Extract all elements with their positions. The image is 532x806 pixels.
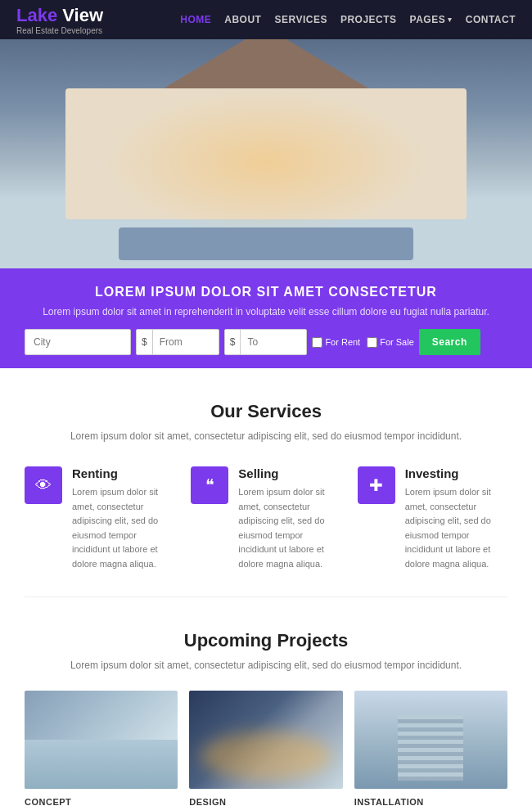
dollar-sign-to: $ <box>225 330 241 354</box>
logo-lake: Lake <box>16 5 62 25</box>
project-label-design: DESIGN <box>189 797 342 806</box>
service-card-investing: ✚ Investing Lorem ipsum dolor sit amet, … <box>358 466 507 572</box>
logo-view: View <box>62 5 103 25</box>
selling-desc: Lorem ipsum dolor sit amet, consectetur … <box>238 485 340 572</box>
investing-icon: ✚ <box>358 466 395 504</box>
for-sale-checkbox[interactable] <box>367 337 377 348</box>
project-image-design <box>189 691 342 789</box>
nav-home[interactable]: HOME <box>180 14 211 25</box>
for-sale-checkbox-label[interactable]: For Sale <box>367 337 414 348</box>
projects-grid: CONCEPT Lorem ipsum dolor sit amet, conc… <box>25 691 507 806</box>
to-input[interactable] <box>241 330 306 354</box>
renting-desc: Lorem ipsum dolor sit amet, consectetur … <box>72 485 174 572</box>
for-rent-checkbox-label[interactable]: For Rent <box>312 337 360 348</box>
nav-pages[interactable]: PAGES ▾ <box>410 14 453 25</box>
project-image-concept <box>25 691 178 789</box>
services-heading: Our Services <box>25 401 507 422</box>
nav-links: HOME ABOUT SERVICES PROJECTS PAGES ▾ CON… <box>180 14 516 25</box>
nav-about[interactable]: ABOUT <box>224 14 261 25</box>
hero-image <box>0 39 532 268</box>
city-input[interactable] <box>25 329 131 355</box>
service-card-renting: 👁 Renting Lorem ipsum dolor sit amet, co… <box>25 466 174 572</box>
search-section: LOREM IPSUM DOLOR SIT AMET CONSECTETUR L… <box>0 268 532 368</box>
nav-projects[interactable]: PROJECTS <box>340 14 397 25</box>
projects-heading: Upcoming Projects <box>25 630 507 651</box>
renting-title: Renting <box>72 466 174 480</box>
search-button[interactable]: Search <box>419 329 480 355</box>
projects-subtext: Lorem ipsum dolor sit amet, consectetur … <box>25 660 507 671</box>
service-card-selling: ❝ Selling Lorem ipsum dolor sit amet, co… <box>191 466 340 572</box>
selling-title: Selling <box>238 466 340 480</box>
for-rent-label: For Rent <box>325 337 360 347</box>
renting-icon: 👁 <box>25 466 62 504</box>
search-bar: $ $ For Rent For Sale Search <box>25 329 507 355</box>
search-subtext: Lorem ipsum dolor sit amet in reprehende… <box>25 306 507 317</box>
logo: Lake View Real Estate Developers <box>16 5 180 35</box>
chevron-down-icon: ▾ <box>448 16 453 24</box>
to-input-wrapper: $ <box>224 329 308 355</box>
services-grid: 👁 Renting Lorem ipsum dolor sit amet, co… <box>25 466 507 572</box>
services-subtext: Lorem ipsum dolor sit amet, consectetur … <box>25 430 507 442</box>
project-label-concept: CONCEPT <box>25 797 178 806</box>
selling-icon: ❝ <box>191 466 228 504</box>
project-card-installation: INSTALLATION Lorem ipsum dolor sit amet,… <box>354 691 507 806</box>
project-image-installation <box>354 691 507 789</box>
from-input[interactable] <box>153 330 219 354</box>
investing-title: Investing <box>405 466 507 480</box>
nav-services[interactable]: SERVICES <box>274 14 327 25</box>
services-section: Our Services Lorem ipsum dolor sit amet,… <box>0 368 532 597</box>
checkboxes: For Rent For Sale <box>312 337 413 348</box>
navbar: Lake View Real Estate Developers HOME AB… <box>0 0 532 39</box>
project-card-concept: CONCEPT Lorem ipsum dolor sit amet, conc… <box>25 691 178 806</box>
nav-contact[interactable]: CONTACT <box>466 14 516 25</box>
search-heading: LOREM IPSUM DOLOR SIT AMET CONSECTETUR <box>25 285 507 299</box>
from-input-wrapper: $ <box>136 329 219 355</box>
for-sale-label: For Sale <box>380 337 414 347</box>
project-label-installation: INSTALLATION <box>354 797 507 806</box>
dollar-sign-from: $ <box>137 330 153 354</box>
logo-subtitle: Real Estate Developers <box>16 26 180 35</box>
for-rent-checkbox[interactable] <box>312 337 322 348</box>
project-card-design: DESIGN Lorem ipsum dolor sit amet, conc … <box>189 691 342 806</box>
investing-desc: Lorem ipsum dolor sit amet, consectetur … <box>405 485 507 572</box>
projects-section: Upcoming Projects Lorem ipsum dolor sit … <box>0 597 532 806</box>
